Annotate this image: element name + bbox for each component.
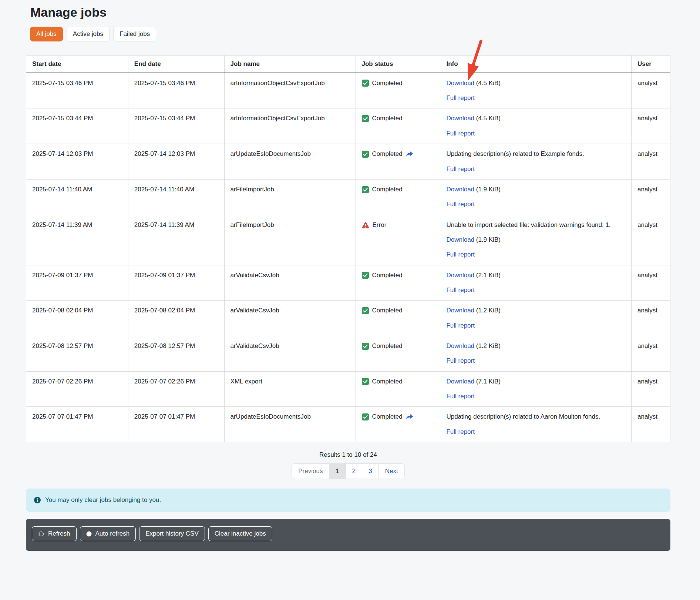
job-name-cell: arInformationObjectCsvExportJob xyxy=(224,73,356,108)
check-icon xyxy=(362,186,369,193)
user-cell: analyst xyxy=(631,301,670,336)
actions-bar: Refresh Auto refresh Export history CSV … xyxy=(26,519,670,551)
download-line: Download (2.1 KiB) xyxy=(446,271,625,280)
download-link[interactable]: Download xyxy=(446,342,474,349)
pagination-page-1[interactable]: 1 xyxy=(329,463,346,479)
full-report-link[interactable]: Full report xyxy=(446,94,475,101)
start-date-cell: 2025-07-08 12:57 PM xyxy=(26,336,128,371)
job-status-cell: Completed xyxy=(356,265,440,301)
user-cell: analyst xyxy=(631,336,670,371)
file-size: (1.2 KiB) xyxy=(474,307,501,314)
download-line: Download (1.9 KiB) xyxy=(446,185,625,194)
file-size: (4.5 KiB) xyxy=(474,115,501,122)
job-name-cell: arFileImportJob xyxy=(224,179,356,215)
table-row: 2025-07-14 11:40 AM 2025-07-14 11:40 AM … xyxy=(26,179,670,215)
download-line: Download (4.5 KiB) xyxy=(446,78,625,88)
end-date-cell: 2025-07-14 12:03 PM xyxy=(128,144,224,180)
pagination-next[interactable]: Next xyxy=(378,463,405,479)
download-link[interactable]: Download xyxy=(446,80,474,87)
download-link[interactable]: Download xyxy=(446,272,474,279)
column-end-date: End date xyxy=(128,55,224,73)
full-report-link[interactable]: Full report xyxy=(446,286,475,294)
download-line: Download (4.5 KiB) xyxy=(446,114,625,123)
download-link[interactable]: Download xyxy=(446,378,474,385)
job-name-cell: arValidateCsvJob xyxy=(224,301,356,336)
end-date-cell: 2025-07-09 01:37 PM xyxy=(128,265,224,301)
job-status-cell: Error xyxy=(356,215,440,265)
end-date-cell: 2025-07-08 12:57 PM xyxy=(128,336,224,371)
user-cell: analyst xyxy=(631,179,670,215)
download-link[interactable]: Download xyxy=(446,307,474,314)
download-link[interactable]: Download xyxy=(446,186,474,193)
status-label: Completed xyxy=(372,377,403,386)
auto-refresh-button[interactable]: Auto refresh xyxy=(80,526,136,541)
full-report-link[interactable]: Full report xyxy=(446,428,475,435)
warning-triangle-icon xyxy=(362,222,369,228)
pagination-previous[interactable]: Previous xyxy=(292,463,329,479)
pagination-page-2[interactable]: 2 xyxy=(346,463,362,479)
job-name-cell: arValidateCsvJob xyxy=(224,336,356,371)
user-cell: analyst xyxy=(631,371,670,407)
full-report-link[interactable]: Full report xyxy=(446,357,475,364)
info-cell: Download (7.1 KiB) Full report xyxy=(440,371,632,407)
end-date-cell: 2025-07-14 11:39 AM xyxy=(128,215,224,265)
full-report-link[interactable]: Full report xyxy=(446,165,475,172)
pagination-page-3[interactable]: 3 xyxy=(362,463,378,479)
download-line: Download (1.2 KiB) xyxy=(446,306,625,315)
pagination: Previous 1 2 3 Next xyxy=(292,463,405,479)
job-status-cell: Completed xyxy=(356,371,440,407)
end-date-cell: 2025-07-08 02:04 PM xyxy=(128,301,224,336)
info-cell: Download (4.5 KiB) Full report xyxy=(440,108,632,144)
end-date-cell: 2025-07-07 01:47 PM xyxy=(128,407,224,442)
end-date-cell: 2025-07-14 11:40 AM xyxy=(128,179,224,215)
user-cell: analyst xyxy=(631,144,670,180)
info-cell: Download (1.2 KiB) Full report xyxy=(440,301,632,336)
refresh-label: Refresh xyxy=(48,530,70,537)
full-report-link[interactable]: Full report xyxy=(446,393,475,400)
info-cell: Updating description(s) related to Aaron… xyxy=(440,407,632,442)
job-name-cell: arValidateCsvJob xyxy=(224,265,356,301)
column-start-date: Start date xyxy=(26,55,128,73)
start-date-cell: 2025-07-08 02:04 PM xyxy=(26,301,128,336)
user-cell: analyst xyxy=(631,108,670,144)
download-link[interactable]: Download xyxy=(446,115,474,122)
full-report-link[interactable]: Full report xyxy=(446,201,475,208)
export-history-csv-button[interactable]: Export history CSV xyxy=(139,526,205,541)
column-job-name: Job name xyxy=(224,55,356,73)
job-status-cell: Completed xyxy=(356,144,440,180)
job-status-cell: Completed xyxy=(356,407,440,442)
full-report-link[interactable]: Full report xyxy=(446,251,475,258)
manage-jobs-page: Manage jobs All jobs Active jobs Failed … xyxy=(26,0,670,554)
status-label: Completed xyxy=(372,271,403,280)
info-alert-text: You may only clear jobs belonging to you… xyxy=(45,496,161,504)
info-cell: Unable to import selected file: validati… xyxy=(440,215,632,265)
filter-all-jobs[interactable]: All jobs xyxy=(30,27,63,41)
download-line: Download (1.2 KiB) xyxy=(446,341,625,351)
check-icon xyxy=(362,378,369,385)
full-report-link[interactable]: Full report xyxy=(446,322,475,329)
file-size: (2.1 KiB) xyxy=(474,272,501,279)
filter-active-jobs[interactable]: Active jobs xyxy=(67,27,110,41)
user-cell: analyst xyxy=(631,265,670,301)
status-label: Completed xyxy=(372,149,403,159)
job-status-cell: Completed xyxy=(356,301,440,336)
clear-inactive-jobs-button[interactable]: Clear inactive jobs xyxy=(208,526,272,541)
start-date-cell: 2025-07-15 03:44 PM xyxy=(26,108,128,144)
end-date-cell: 2025-07-15 03:44 PM xyxy=(128,108,224,144)
check-icon xyxy=(362,80,369,87)
check-icon xyxy=(362,115,369,122)
clear-inactive-jobs-label: Clear inactive jobs xyxy=(215,530,266,537)
refresh-icon xyxy=(38,531,44,537)
job-status-cell: Completed xyxy=(356,336,440,371)
full-report-link[interactable]: Full report xyxy=(446,130,475,137)
refresh-button[interactable]: Refresh xyxy=(32,526,77,541)
table-row: 2025-07-14 11:39 AM 2025-07-14 11:39 AM … xyxy=(26,215,670,265)
filter-failed-jobs[interactable]: Failed jobs xyxy=(113,27,156,41)
download-link[interactable]: Download xyxy=(446,236,474,243)
start-date-cell: 2025-07-07 02:26 PM xyxy=(26,371,128,407)
info-cell: Download (1.9 KiB) Full report xyxy=(440,179,632,215)
end-date-cell: 2025-07-07 02:26 PM xyxy=(128,371,224,407)
user-cell: analyst xyxy=(631,407,670,442)
job-name-cell: arUpdateEsIoDocumentsJob xyxy=(224,407,356,442)
page-title: Manage jobs xyxy=(30,0,670,20)
